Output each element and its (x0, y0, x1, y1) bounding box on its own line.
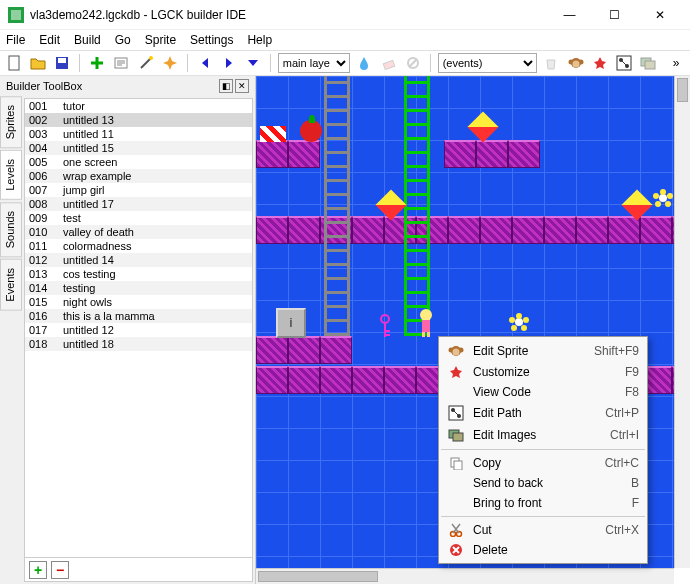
ctx-customize[interactable]: CustomizeF9 (439, 362, 647, 382)
list-item[interactable]: 011colormadness (25, 239, 252, 253)
star-button[interactable] (590, 52, 610, 74)
key-sprite[interactable] (378, 314, 392, 338)
svg-point-18 (381, 315, 389, 323)
list-item[interactable]: 004untitled 15 (25, 141, 252, 155)
sparkle-button[interactable] (160, 52, 180, 74)
menu-go[interactable]: Go (115, 33, 131, 47)
apple-sprite[interactable] (300, 120, 322, 142)
list-item[interactable]: 006wrap example (25, 169, 252, 183)
eraser-button[interactable] (379, 52, 399, 74)
ctx-delete[interactable]: Delete (439, 540, 647, 560)
svg-rect-17 (645, 61, 655, 69)
level-list[interactable]: 001tutor002untitled 13003untitled 11004u… (25, 99, 252, 557)
menu-sprite[interactable]: Sprite (145, 33, 176, 47)
ctx-copy[interactable]: CopyCtrl+C (439, 453, 647, 473)
open-file-button[interactable] (28, 52, 48, 74)
horizontal-scrollbar[interactable] (256, 568, 674, 584)
list-item[interactable]: 010valley of death (25, 225, 252, 239)
list-item[interactable]: 007jump girl (25, 183, 252, 197)
close-panel-button[interactable]: ✕ (235, 79, 249, 93)
path-button[interactable] (614, 52, 634, 74)
flower-sprite[interactable] (506, 312, 532, 338)
block-sprite[interactable]: i (276, 308, 306, 338)
new-file-button[interactable] (4, 52, 24, 74)
list-item[interactable]: 014testing (25, 281, 252, 295)
svg-rect-2 (9, 56, 19, 70)
vertical-scrollbar[interactable] (674, 76, 690, 568)
svg-rect-20 (386, 330, 390, 332)
nav-left-button[interactable] (195, 52, 215, 74)
svg-rect-19 (384, 323, 386, 337)
ctx-edit-path[interactable]: Edit PathCtrl+P (439, 402, 647, 424)
flower-sprite[interactable] (650, 188, 674, 214)
save-file-button[interactable] (52, 52, 72, 74)
images-button[interactable] (638, 52, 658, 74)
monkey-button[interactable] (566, 52, 586, 74)
svg-point-26 (511, 325, 517, 331)
undock-button[interactable]: ◧ (219, 79, 233, 93)
cancel-button[interactable] (403, 52, 423, 74)
menu-settings[interactable]: Settings (190, 33, 233, 47)
tab-sounds[interactable]: Sounds (0, 202, 22, 257)
svg-point-28 (659, 194, 667, 202)
list-item[interactable]: 001tutor (25, 99, 252, 113)
list-item[interactable]: 005one screen (25, 155, 252, 169)
menu-build[interactable]: Build (74, 33, 101, 47)
toolbox-title: Builder ToolBox (6, 80, 217, 92)
maximize-button[interactable]: ☐ (592, 1, 637, 29)
list-item[interactable]: 003untitled 11 (25, 127, 252, 141)
list-item[interactable]: 012untitled 14 (25, 253, 252, 267)
tab-sprites[interactable]: Sprites (0, 96, 22, 148)
ctx-cut[interactable]: CutCtrl+X (439, 520, 647, 540)
cut-icon (447, 523, 465, 537)
svg-rect-36 (422, 332, 425, 337)
svg-point-33 (653, 193, 659, 199)
list-item[interactable]: 015night owls (25, 295, 252, 309)
tab-levels[interactable]: Levels (0, 150, 22, 200)
trash-button[interactable] (541, 52, 561, 74)
svg-point-6 (149, 56, 153, 60)
layer-select[interactable]: main laye (278, 53, 351, 73)
menu-edit[interactable]: Edit (39, 33, 60, 47)
toolbar-overflow-button[interactable]: » (666, 52, 686, 74)
images-icon (447, 427, 465, 443)
list-item[interactable]: 008untitled 17 (25, 197, 252, 211)
nav-down-button[interactable] (243, 52, 263, 74)
svg-rect-7 (383, 60, 394, 69)
water-drop-button[interactable] (354, 52, 374, 74)
svg-point-41 (453, 349, 460, 356)
ctx-edit-sprite[interactable]: Edit SpriteShift+F9 (439, 340, 647, 362)
ctx-view-code[interactable]: View CodeF8 (439, 382, 647, 402)
list-item[interactable]: 017untitled 12 (25, 323, 252, 337)
ctx-edit-images[interactable]: Edit ImagesCtrl+I (439, 424, 647, 446)
tab-events[interactable]: Events (0, 259, 22, 311)
menu-help[interactable]: Help (247, 33, 272, 47)
nav-right-button[interactable] (219, 52, 239, 74)
add-button[interactable] (87, 52, 107, 74)
minimize-button[interactable]: — (547, 1, 592, 29)
ctx-bring-to-front[interactable]: Bring to frontF (439, 493, 647, 513)
edit-script-button[interactable] (111, 52, 131, 74)
events-select[interactable]: (events) (438, 53, 538, 73)
list-item[interactable]: 018untitled 18 (25, 337, 252, 351)
svg-point-32 (655, 201, 661, 207)
menubar: File Edit Build Go Sprite Settings Help (0, 30, 690, 50)
list-item[interactable]: 002untitled 13 (25, 113, 252, 127)
svg-rect-37 (427, 332, 430, 337)
player-sprite[interactable] (416, 308, 436, 338)
list-item[interactable]: 009test (25, 211, 252, 225)
path-icon (447, 405, 465, 421)
add-item-button[interactable]: + (29, 561, 47, 579)
menu-file[interactable]: File (6, 33, 25, 47)
svg-rect-1 (11, 10, 21, 20)
remove-item-button[interactable]: − (51, 561, 69, 579)
wand-button[interactable] (135, 52, 155, 74)
close-button[interactable]: ✕ (637, 1, 682, 29)
svg-rect-46 (453, 433, 463, 441)
list-item[interactable]: 016this is a la mamma (25, 309, 252, 323)
app-icon (8, 7, 24, 23)
list-item[interactable]: 013cos testing (25, 267, 252, 281)
flag-sprite[interactable] (260, 126, 286, 142)
context-menu: Edit SpriteShift+F9CustomizeF9View CodeF… (438, 336, 648, 564)
ctx-send-to-back[interactable]: Send to backB (439, 473, 647, 493)
